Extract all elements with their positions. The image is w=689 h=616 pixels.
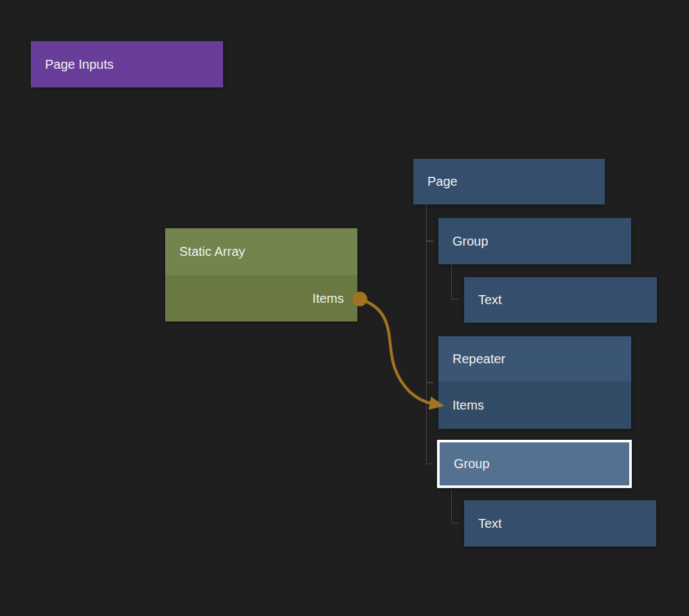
port-label: Items: [312, 291, 344, 306]
node-title: Group: [440, 442, 629, 485]
input-port-items[interactable]: Items: [438, 381, 631, 429]
node-page-inputs[interactable]: Page Inputs: [31, 41, 223, 87]
node-title: Group: [438, 218, 631, 264]
node-title: Repeater: [438, 336, 631, 381]
tree-connector-line: [451, 265, 452, 300]
node-title: Text: [464, 277, 657, 323]
output-port-items[interactable]: Items: [165, 275, 357, 322]
port-label: Items: [452, 398, 484, 413]
node-text[interactable]: Text: [464, 500, 656, 547]
tree-connector-line: [426, 204, 427, 464]
tree-connector-tick: [426, 240, 433, 242]
node-repeater[interactable]: Repeater Items: [438, 336, 631, 429]
tree-connector-line: [451, 489, 452, 523]
node-graph-canvas[interactable]: Page Inputs Static Array Items Page Grou…: [0, 0, 689, 616]
node-text[interactable]: Text: [464, 277, 657, 323]
node-group[interactable]: Group: [438, 218, 631, 264]
node-title: Page: [413, 159, 605, 204]
tree-connector-tick: [451, 523, 459, 524]
connection-curve[interactable]: [360, 299, 433, 404]
tree-connector-tick: [426, 464, 433, 465]
node-title: Static Array: [165, 228, 357, 275]
tree-connector-tick: [426, 382, 433, 383]
node-page[interactable]: Page: [413, 159, 605, 204]
tree-connector-tick: [451, 299, 459, 300]
node-title: Page Inputs: [31, 41, 223, 87]
node-static-array[interactable]: Static Array Items: [165, 228, 357, 322]
node-title: Text: [464, 500, 656, 547]
node-group-selected[interactable]: Group: [437, 440, 632, 488]
